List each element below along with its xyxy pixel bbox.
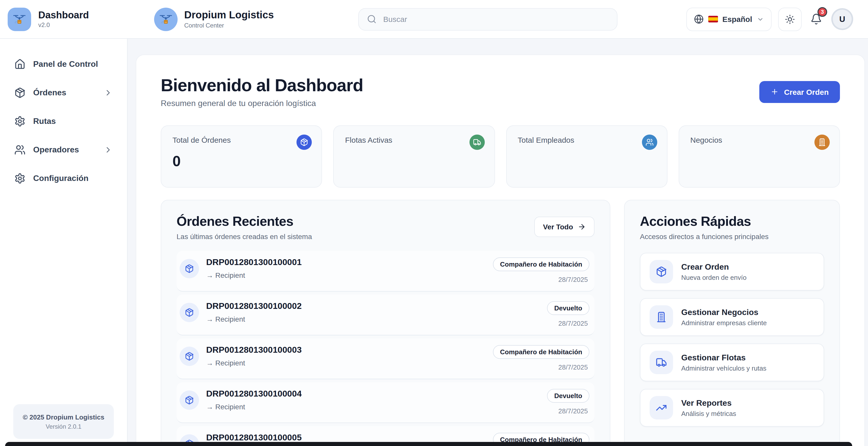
quick-actions-list: Crear Orden Nueva orden de envío Gestion… (640, 253, 824, 426)
language-label: Español (722, 15, 752, 24)
stat-card-total-empleados: Total Empleados (506, 126, 668, 187)
quick-action-title: Ver Reportes (681, 398, 736, 408)
order-list-item[interactable]: DRP0012801300100002 → Recipient Devuelto… (177, 295, 594, 335)
header-controls: Español 3 U (686, 7, 868, 31)
quick-action-gestionar-negocios[interactable]: Gestionar Negocios Administrar empresas … (640, 298, 824, 336)
stat-card-total-ordenes: Total de Órdenes 0 (161, 126, 322, 187)
brand-drone-logo-icon (154, 7, 178, 31)
order-status-badge: Devuelto (547, 301, 589, 315)
top-header: Dashboard v2.0 Dropium Logistics Control… (0, 0, 868, 39)
sidebar-item-label: Operadores (33, 145, 96, 155)
sidebar-item-rutas[interactable]: Rutas (7, 110, 120, 133)
brand-subtitle: Control Center (184, 22, 274, 29)
stat-value: 0 (173, 153, 311, 170)
version-text: Versión 2.0.1 (46, 423, 82, 430)
quick-action-subtitle: Nueva orden de envío (681, 273, 747, 281)
users-icon (642, 135, 657, 150)
order-id: DRP0012801300100003 (206, 345, 302, 355)
package-icon (180, 259, 199, 278)
quick-action-ver-reportes[interactable]: Ver Reportes Análisis y métricas (640, 389, 824, 426)
sidebar-item-label: Órdenes (33, 88, 96, 97)
bottom-dock-bar (5, 442, 852, 446)
users-icon (14, 144, 26, 156)
dashboard-content-card: Bienvenido al Dashboard Resumen general … (136, 55, 865, 446)
sidebar-item-operadores[interactable]: Operadores (7, 138, 120, 162)
quick-action-gestionar-flotas[interactable]: Gestionar Flotas Administrar vehículos y… (640, 344, 824, 381)
quick-actions-title: Acciones Rápidas (640, 213, 824, 229)
truck-icon (469, 135, 485, 150)
sidebar-item-ordenes[interactable]: Órdenes (7, 81, 120, 104)
orders-list: DRP0012801300100001 → Recipient Compañer… (177, 251, 594, 446)
recent-orders-subtitle: Las últimas órdenes creadas en el sistem… (177, 233, 312, 241)
stats-row: Total de Órdenes 0 Flotas Activas Total … (161, 126, 840, 187)
gear-icon (14, 173, 26, 184)
truck-icon (650, 351, 673, 374)
view-all-button[interactable]: Ver Todo (534, 217, 594, 237)
sidebar-item-panel-de-control[interactable]: Panel de Control (7, 53, 120, 76)
order-list-item[interactable]: DRP0012801300100004 → Recipient Devuelto… (177, 382, 594, 423)
package-icon (180, 347, 199, 366)
package-icon (180, 303, 199, 322)
stat-value (690, 153, 829, 170)
notifications-button[interactable]: 3 (808, 11, 824, 27)
sun-icon (785, 14, 795, 24)
quick-action-subtitle: Administrar vehículos y rutas (681, 364, 767, 372)
quick-action-title: Gestionar Negocios (681, 308, 767, 317)
theme-toggle-button[interactable] (778, 7, 802, 31)
app-window: Dashboard v2.0 Dropium Logistics Control… (0, 0, 868, 446)
create-order-button[interactable]: Crear Orden (760, 81, 840, 103)
order-list-item[interactable]: DRP0012801300100003 → Recipient Compañer… (177, 338, 594, 379)
stat-value (518, 153, 656, 170)
welcome-section: Bienvenido al Dashboard Resumen general … (161, 75, 840, 108)
main-area: Bienvenido al Dashboard Resumen general … (128, 38, 868, 446)
order-date: 28/7/2025 (558, 319, 589, 327)
sidebar-footer: © 2025 Dropium Logistics Versión 2.0.1 (13, 404, 114, 439)
quick-action-title: Gestionar Flotas (681, 353, 767, 362)
search-input[interactable] (382, 14, 609, 24)
spain-flag-icon (708, 16, 718, 23)
recent-orders-panel: Órdenes Recientes Las últimas órdenes cr… (161, 200, 610, 446)
sidebar-item-label: Panel de Control (33, 60, 113, 69)
brand-title: Dropium Logistics (184, 9, 274, 21)
sidebar: Panel de Control Órdenes Rutas Operadore… (0, 38, 128, 446)
quick-action-title: Crear Orden (681, 262, 747, 271)
order-id: DRP0012801300100004 (206, 389, 302, 399)
order-id: DRP0012801300100002 (206, 301, 302, 311)
sidebar-item-label: Configuración (33, 174, 113, 183)
package-icon (14, 87, 26, 98)
home-icon (14, 59, 26, 70)
quick-actions-panel: Acciones Rápidas Accesos directos a func… (624, 200, 840, 446)
search-bar[interactable] (358, 8, 617, 30)
order-list-item[interactable]: DRP0012801300100001 → Recipient Compañer… (177, 251, 594, 291)
order-recipient: → Recipient (206, 403, 302, 411)
quick-action-crear-orden[interactable]: Crear Orden Nueva orden de envío (640, 253, 824, 290)
sidebar-item-configuracion[interactable]: Configuración (7, 167, 120, 190)
language-selector[interactable]: Español (686, 7, 772, 31)
quick-action-subtitle: Análisis y métricas (681, 410, 736, 417)
globe-icon (694, 14, 704, 24)
plus-icon (771, 88, 779, 96)
stat-value (345, 153, 483, 170)
sidebar-nav: Panel de Control Órdenes Rutas Operadore… (0, 38, 127, 190)
page-title: Bienvenido al Dashboard (161, 75, 363, 95)
quick-action-subtitle: Administrar empresas cliente (681, 319, 767, 327)
stat-card-flotas-activas: Flotas Activas (334, 126, 495, 187)
view-all-label: Ver Todo (543, 223, 573, 231)
package-icon (180, 390, 199, 410)
chevron-right-icon (103, 88, 113, 97)
create-order-label: Crear Orden (784, 88, 829, 96)
sidebar-item-label: Rutas (33, 117, 113, 126)
search-icon (367, 14, 377, 24)
user-avatar[interactable]: U (833, 10, 852, 29)
app-logo-block: Dashboard v2.0 (0, 7, 128, 31)
order-date: 28/7/2025 (558, 364, 589, 371)
brand-block: Dropium Logistics Control Center (154, 7, 274, 31)
copyright-text: © 2025 Dropium Logistics (23, 413, 104, 421)
order-id: DRP0012801300100005 (206, 433, 302, 443)
app-version: v2.0 (38, 22, 89, 29)
order-id: DRP0012801300100001 (206, 258, 302, 268)
order-date: 28/7/2025 (558, 407, 589, 415)
order-status-badge: Compañero de Habitación (493, 258, 589, 271)
notification-count-badge: 3 (817, 7, 827, 16)
order-date: 28/7/2025 (558, 276, 589, 283)
